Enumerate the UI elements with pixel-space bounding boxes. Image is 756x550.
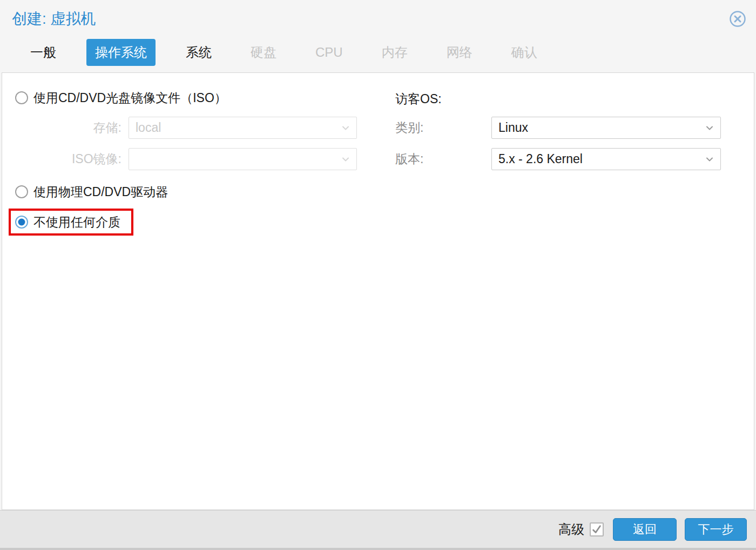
close-button[interactable] (729, 10, 746, 28)
guest-os-header: 访客OS: (395, 91, 741, 105)
radio-physical-label: 使用物理CD/DVD驱动器 (33, 184, 168, 200)
tab-os[interactable]: 操作系统 (86, 39, 156, 66)
close-icon (729, 10, 746, 28)
radio-row-no-media[interactable]: 不使用任何介质 (15, 215, 120, 229)
chevron-down-icon (705, 155, 714, 164)
os-tab-panel: 使用CD/DVD光盘镜像文件（ISO） 存储: local ISO镜像: 使用 (2, 72, 754, 510)
advanced-checkbox-checked[interactable] (590, 522, 604, 536)
dialog-footer: 高级 返回 下一步 (0, 510, 756, 550)
radio-iso-unchecked[interactable] (15, 91, 28, 104)
wizard-tabbar: 一般 操作系统 系统 硬盘 CPU 内存 网络 确认 (22, 39, 756, 66)
media-options-column: 使用CD/DVD光盘镜像文件（ISO） 存储: local ISO镜像: 使用 (15, 91, 382, 509)
iso-image-field-row: ISO镜像: (15, 148, 382, 170)
chevron-down-icon (341, 155, 350, 164)
os-type-select[interactable]: Linux (491, 117, 721, 139)
iso-image-label: ISO镜像: (15, 151, 129, 167)
advanced-label: 高级 (558, 521, 584, 538)
tab-network: 网络 (438, 39, 481, 66)
radio-no-media-label: 不使用任何介质 (33, 214, 120, 231)
os-type-label: 类别: (395, 119, 491, 136)
tab-confirm: 确认 (503, 39, 546, 66)
guest-os-column: 访客OS: 类别: Linux 版本: 5.x - 2.6 Kernel (382, 91, 741, 509)
radio-row-iso[interactable]: 使用CD/DVD光盘镜像文件（ISO） (15, 91, 382, 105)
chevron-down-icon (341, 124, 350, 132)
back-button[interactable]: 返回 (613, 518, 677, 541)
storage-value: local (136, 120, 337, 135)
tab-general[interactable]: 一般 (22, 39, 65, 66)
check-icon (591, 523, 603, 536)
dialog-title: 创建: 虚拟机 (12, 9, 96, 29)
red-highlight-annotation: 不使用任何介质 (9, 209, 133, 236)
radio-physical-unchecked[interactable] (15, 185, 28, 198)
os-version-select[interactable]: 5.x - 2.6 Kernel (491, 148, 721, 170)
tab-disks: 硬盘 (242, 39, 285, 66)
radio-row-physical[interactable]: 使用物理CD/DVD驱动器 (15, 185, 382, 199)
storage-select: local (129, 117, 357, 139)
tab-cpu: CPU (307, 40, 352, 65)
next-button[interactable]: 下一步 (685, 518, 747, 541)
dialog-titlebar: 创建: 虚拟机 (0, 0, 756, 38)
chevron-down-icon (705, 124, 714, 132)
os-version-row: 版本: 5.x - 2.6 Kernel (395, 148, 741, 170)
os-type-value: Linux (498, 120, 701, 135)
tab-system[interactable]: 系统 (177, 39, 220, 66)
radio-iso-label: 使用CD/DVD光盘镜像文件（ISO） (33, 90, 227, 106)
storage-field-row: 存储: local (15, 117, 382, 139)
storage-label: 存储: (15, 119, 129, 136)
os-version-label: 版本: (395, 151, 491, 167)
iso-image-select (129, 148, 357, 170)
radio-no-media-checked[interactable] (15, 216, 28, 229)
os-version-value: 5.x - 2.6 Kernel (498, 152, 701, 166)
os-type-row: 类别: Linux (395, 117, 741, 139)
tab-memory: 内存 (373, 39, 416, 66)
